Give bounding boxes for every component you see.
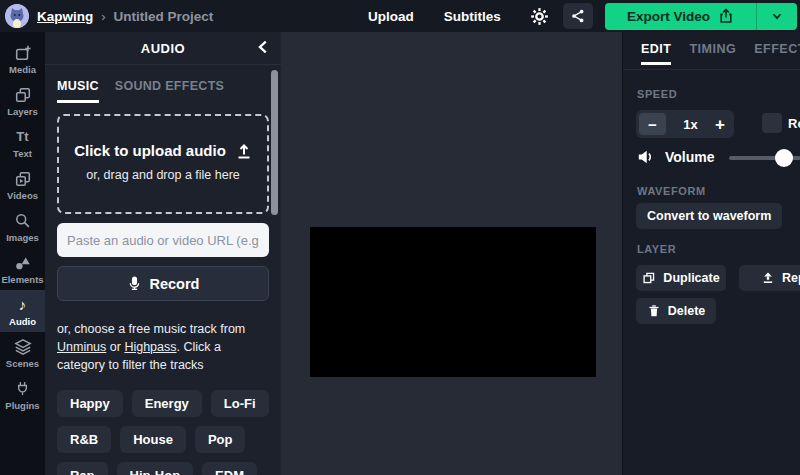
category-edm[interactable]: EDM [202, 462, 257, 475]
inspector-divider [623, 69, 800, 70]
cat-avatar-icon [5, 4, 29, 28]
text-icon: Tt [16, 128, 28, 146]
audio-url-input[interactable] [57, 223, 269, 257]
chevron-down-icon [770, 9, 784, 23]
repeat-checkbox-label: Re [788, 116, 800, 131]
category-lofi[interactable]: Lo-Fi [211, 390, 269, 417]
sidebar-item-images[interactable]: Images [0, 206, 45, 248]
volume-slider[interactable] [729, 149, 800, 167]
sidebar-item-plugins[interactable]: Plugins [0, 374, 45, 416]
tab-edit[interactable]: EDIT [641, 42, 671, 65]
music-library-hint: or, choose a free music track from Unmin… [57, 320, 269, 374]
audio-panel-scrollbar[interactable] [271, 70, 278, 215]
speed-value: 1x [666, 117, 715, 132]
convert-to-waveform-label: Convert to waveform [647, 209, 771, 223]
speed-section-label: SPEED [637, 88, 677, 100]
delete-label: Delete [668, 304, 706, 318]
share-icon [570, 8, 586, 24]
sidebar-item-scenes[interactable]: Scenes [0, 332, 45, 374]
sidebar-item-videos[interactable]: Videos [0, 164, 45, 206]
audio-panel: AUDIO MUSIC SOUND EFFECTS Click to uploa… [45, 32, 281, 475]
waveform-section-label: WAVEFORM [637, 185, 706, 197]
category-pop[interactable]: Pop [195, 426, 246, 453]
sidebar-item-label: Audio [9, 316, 36, 327]
tab-music[interactable]: MUSIC [57, 79, 99, 103]
plug-icon [14, 380, 31, 398]
inspector-tabs: EDIT TIMING EFFECTS [641, 42, 800, 65]
volume-slider-thumb[interactable] [775, 149, 793, 167]
project-title[interactable]: Untitled Project [114, 9, 214, 24]
tab-sound-effects[interactable]: SOUND EFFECTS [115, 79, 224, 103]
sidebar-item-text[interactable]: Tt Text [0, 122, 45, 164]
scenes-icon [14, 338, 32, 356]
subtitles-menu[interactable]: Subtitles [444, 9, 501, 24]
sidebar-item-media[interactable]: Media [0, 38, 45, 80]
brand-area: Kapwing › Untitled Project [0, 4, 213, 28]
editor-canvas [281, 32, 622, 475]
volume-label: Volume [665, 149, 715, 165]
highpass-link[interactable]: Highpass [124, 340, 176, 354]
speed-decrease-button[interactable]: − [639, 113, 666, 135]
replace-upload-icon [761, 271, 775, 285]
export-video-label: Export Video [627, 9, 710, 24]
top-actions: Export Video [528, 3, 797, 30]
trash-icon [647, 304, 661, 318]
speed-increase-button[interactable]: + [715, 116, 725, 133]
category-rap[interactable]: Rap [57, 462, 108, 475]
volume-row: Volume [637, 148, 715, 166]
upload-arrow-icon [236, 143, 252, 159]
delete-button[interactable]: Delete [636, 298, 716, 324]
sidebar-item-elements[interactable]: Elements [0, 248, 45, 290]
convert-to-waveform-button[interactable]: Convert to waveform [636, 203, 782, 229]
chevron-left-icon [255, 38, 273, 56]
plus-icon: + [715, 115, 725, 134]
video-layer[interactable] [310, 227, 596, 377]
replace-button[interactable]: Repl [739, 265, 800, 291]
category-house[interactable]: House [120, 426, 186, 453]
music-note-icon: ♪ [19, 296, 27, 314]
upload-audio-dropzone[interactable]: Click to upload audio or, drag and drop … [57, 114, 269, 214]
duplicate-button[interactable]: Duplicate [636, 265, 726, 291]
sidebar-item-label: Layers [7, 106, 38, 117]
share-button[interactable] [563, 3, 593, 29]
minus-icon: − [648, 116, 657, 133]
shapes-icon [14, 254, 32, 272]
speed-control: − 1x + [636, 110, 734, 138]
export-group: Export Video [605, 3, 797, 30]
sidebar-item-audio[interactable]: ♪ Audio [0, 290, 45, 332]
category-hiphop[interactable]: Hip-Hop [117, 462, 194, 475]
sidebar-item-label: Text [13, 148, 32, 159]
record-button[interactable]: Record [57, 266, 269, 301]
upload-dropzone-subtitle: or, drag and drop a file here [67, 168, 259, 182]
top-nav: Upload Subtitles [368, 9, 501, 24]
microphone-icon [127, 275, 142, 292]
category-happy[interactable]: Happy [57, 390, 123, 417]
audio-panel-header: AUDIO [45, 32, 281, 65]
sidebar-item-label: Elements [1, 274, 43, 285]
kapwing-logo[interactable] [5, 4, 29, 28]
replace-label: Repl [782, 271, 800, 285]
sidebar-item-layers[interactable]: Layers [0, 80, 45, 122]
category-rnb[interactable]: R&B [57, 426, 111, 453]
search-icon [14, 212, 31, 230]
tab-timing[interactable]: TIMING [689, 42, 736, 65]
gear-icon [530, 7, 549, 26]
export-video-button[interactable]: Export Video [605, 3, 757, 30]
collapse-panel-button[interactable] [255, 38, 273, 56]
sidebar-item-label: Plugins [5, 400, 39, 411]
settings-gear-button[interactable] [528, 5, 551, 28]
sidebar-item-label: Scenes [6, 358, 39, 369]
topbar: Kapwing › Untitled Project Upload Subtit… [0, 0, 800, 32]
brand-link[interactable]: Kapwing [37, 9, 93, 24]
unminus-link[interactable]: Unminus [57, 340, 106, 354]
sidebar-item-label: Images [6, 232, 39, 243]
repeat-checkbox[interactable] [762, 113, 782, 133]
upload-menu[interactable]: Upload [368, 9, 414, 24]
export-options-button[interactable] [757, 3, 797, 30]
duplicate-label: Duplicate [663, 271, 719, 285]
tab-effects[interactable]: EFFECTS [754, 42, 800, 65]
export-icon [718, 8, 734, 24]
tool-rail: Media Layers Tt Text Videos Im [0, 32, 45, 475]
category-energy[interactable]: Energy [132, 390, 202, 417]
record-label: Record [150, 276, 200, 292]
